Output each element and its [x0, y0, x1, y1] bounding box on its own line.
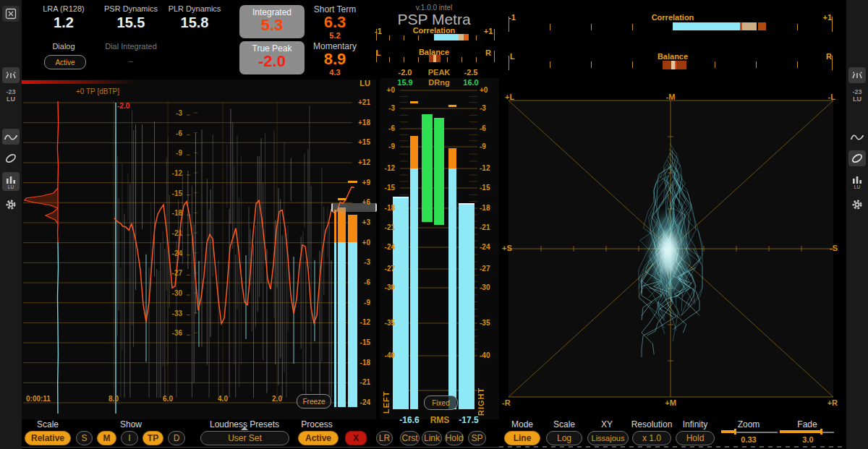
right-peak-bar-top	[448, 148, 456, 168]
correlation-meter-segment	[758, 22, 766, 30]
psr-label: PSR Dynamics	[100, 4, 162, 13]
scale-tick: -24	[352, 398, 370, 406]
vu-meter-icon[interactable]	[2, 67, 20, 83]
lra-label: LRA (R128)	[35, 4, 93, 13]
peak-label: PEAK	[425, 68, 454, 77]
left-rms-bar	[393, 198, 409, 409]
sp-button[interactable]: SP	[468, 431, 486, 445]
waveform-view-icon[interactable]	[848, 129, 866, 145]
left-peak-hold-marker	[410, 101, 418, 103]
correlation-max-label: +1	[817, 13, 832, 22]
gonio-scale-log-button[interactable]: Log	[546, 431, 582, 445]
show-button-tp[interactable]: TP	[142, 431, 163, 445]
time-tick: 8.0	[103, 395, 124, 403]
loudness-presets-dropdown[interactable]: User Set	[200, 431, 289, 445]
balance-meter-bar	[436, 55, 441, 62]
zoom-slider-handle[interactable]	[734, 429, 736, 435]
scale-tick: -40	[373, 351, 395, 359]
resize-strip[interactable]	[499, 446, 846, 448]
short-term-value: 6.3	[306, 13, 364, 32]
correlation-meter-bar	[434, 34, 459, 40]
right-toolbar: -23 LU LU	[846, 0, 868, 449]
vu-meter-icon[interactable]	[848, 67, 866, 83]
show-button-i[interactable]: I	[121, 431, 138, 445]
scale-tick: -12	[480, 164, 501, 172]
psr-value: 15.5	[100, 14, 162, 31]
loudness-meters-view-icon[interactable]: LU	[848, 172, 866, 191]
true-peak-box[interactable]: True Peak -2.0	[239, 41, 305, 74]
scale-tick: +0	[352, 239, 370, 247]
show-button-s[interactable]: S	[76, 431, 93, 445]
mode-line-button[interactable]: Line	[504, 431, 540, 445]
lufs-target-badge[interactable]: -23 LU	[0, 88, 22, 103]
right-channel-label: RIGHT	[477, 358, 485, 416]
mini-lu-bar	[338, 242, 346, 407]
dropdown-caret-icon	[241, 427, 248, 430]
lr-button[interactable]: LR	[376, 431, 393, 445]
scale-tick: -18	[480, 204, 501, 212]
fade-slider-handle[interactable]	[820, 429, 822, 435]
momentary-value: 8.9	[306, 50, 364, 69]
left-peak-bar	[410, 168, 418, 409]
scale-tick: -9	[373, 142, 395, 150]
scale-tick: -30	[161, 289, 182, 297]
loudness-meters-view-icon[interactable]: LU	[2, 172, 20, 191]
integrated-value: 5.3	[239, 17, 305, 33]
goniometer-view-icon[interactable]	[848, 150, 866, 166]
scale-tick: -33	[161, 309, 182, 317]
mini-lu-bar	[334, 210, 336, 242]
show-button-d[interactable]: D	[168, 431, 185, 445]
svg-text:LU: LU	[854, 184, 861, 189]
correlation-meter-segment	[464, 34, 469, 40]
gonio-label-plus-l: +L	[505, 93, 514, 101]
scale-tick: -6	[352, 278, 370, 286]
balance-right-label: R	[817, 52, 832, 61]
resolution-button[interactable]: x 1.0	[632, 431, 671, 445]
lufs-unit: LU	[846, 95, 868, 103]
scale-tick: -15	[480, 184, 501, 192]
balance-left-label: L	[510, 52, 524, 61]
process-active-button[interactable]: Active	[298, 431, 339, 445]
gonio-label-minus-l: -L	[814, 93, 835, 101]
scale-tick: -12	[373, 164, 395, 172]
right-peak-bar	[448, 168, 456, 409]
correlation-meter-bar	[673, 22, 740, 30]
gonio-label-plus-m: +M	[656, 398, 685, 407]
left-toolbar: -23 LU LU	[0, 0, 22, 449]
hold-button[interactable]: Hold	[445, 431, 464, 445]
link-button[interactable]: Link	[422, 431, 442, 445]
scale-tick: +6	[352, 198, 370, 206]
gonio-label-minus-m: -M	[656, 93, 685, 101]
crest-button[interactable]: Crst	[400, 431, 420, 445]
scale-tick: -21	[373, 223, 395, 231]
settings-gear-icon[interactable]	[2, 197, 20, 213]
true-peak-overload-strip	[22, 80, 137, 84]
settings-gear-icon[interactable]	[848, 197, 866, 213]
scale-tick: -24	[480, 243, 501, 251]
peak-left-value: -2.0	[391, 68, 420, 77]
balance-left-label: L	[372, 48, 385, 57]
correlation-meter-segment	[459, 34, 464, 40]
dialog-label: Dialog	[35, 42, 93, 51]
fixed-scale-button[interactable]: Fixed	[424, 395, 458, 410]
lufs-unit: LU	[0, 95, 22, 103]
dialog-active-button[interactable]: Active	[44, 55, 86, 69]
lufs-target-badge[interactable]: -23 LU	[846, 88, 868, 103]
scale-relative-button[interactable]: Relative	[25, 431, 71, 445]
process-label: Process	[295, 419, 339, 429]
integrated-box[interactable]: Integrated 5.3	[239, 5, 305, 38]
balance-right-label: R	[482, 48, 495, 57]
gonio-label-plus-r: +R	[816, 398, 838, 407]
waveform-view-icon[interactable]	[2, 129, 20, 145]
infinity-hold-button[interactable]: Hold	[676, 431, 715, 445]
show-button-m[interactable]: M	[97, 431, 116, 445]
reset-x-button[interactable]: X	[345, 431, 367, 445]
xy-lissajous-button[interactable]: Lissajous	[587, 431, 629, 445]
freeze-button[interactable]: Freeze	[297, 394, 331, 409]
expand-icon[interactable]	[2, 6, 20, 22]
peak-hold-marker	[338, 198, 346, 200]
goniometer-view-icon[interactable]	[2, 150, 20, 166]
psp-metra-window: -23 LU LU -23 LU LU	[0, 0, 868, 449]
dial-integrated-value: –	[100, 56, 162, 65]
gonio-label-minus-r: -R	[502, 398, 511, 407]
